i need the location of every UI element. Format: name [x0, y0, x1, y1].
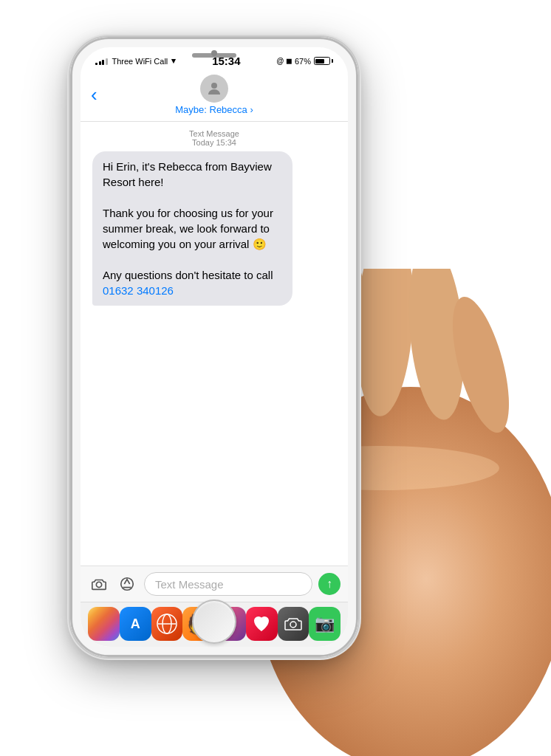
phone-link[interactable]: 01632 340126 [103, 284, 174, 297]
camera-input-button[interactable] [88, 573, 110, 595]
message-type-label: Text Message [92, 129, 336, 138]
photos-app-icon[interactable] [88, 607, 120, 641]
scene: Three WiFi Call ▾ 15:34 @ ◼ 67% [0, 0, 551, 756]
bubble-line1: Hi Erin, it's Rebecca from Bayview Resor… [103, 160, 272, 188]
screen: Three WiFi Call ▾ 15:34 @ ◼ 67% [81, 47, 348, 647]
appstore-app-icon[interactable]: A [120, 607, 151, 641]
bubble-line2: Thank you for choosing us for your summe… [103, 207, 273, 250]
battery-icon [314, 57, 333, 65]
input-bar: Text Message ↑ [81, 566, 348, 602]
avatar [200, 75, 228, 103]
home-button[interactable] [192, 599, 236, 644]
status-right: @ ◼ 67% [276, 57, 333, 66]
contact-info[interactable]: Maybe: Rebecca › [175, 75, 253, 115]
health-app-icon[interactable] [246, 607, 278, 641]
message-input-placeholder: Text Message [155, 578, 224, 591]
extra-app-icon[interactable]: 📷 [309, 607, 340, 641]
chat-area: Text Message Today 15:34 Hi Erin, it's R… [81, 122, 348, 566]
phone-camera [211, 50, 217, 56]
carrier-label: Three WiFi Call [112, 57, 168, 66]
camera-app-icon[interactable] [278, 607, 309, 641]
send-arrow-icon: ↑ [326, 577, 332, 591]
svg-point-7 [211, 83, 217, 89]
message-meta: Text Message Today 15:34 [92, 129, 336, 147]
send-button[interactable]: ↑ [318, 573, 340, 595]
bubble-line3: Any questions don't hesitate to call [103, 269, 273, 281]
message-input[interactable]: Text Message [144, 572, 312, 596]
status-icons: @ ◼ [276, 57, 292, 65]
svg-point-13 [290, 622, 296, 628]
back-button[interactable]: ‹ [91, 83, 97, 106]
person-icon [205, 80, 223, 97]
phone: Three WiFi Call ▾ 15:34 @ ◼ 67% [70, 37, 358, 657]
battery-percent: 67% [295, 57, 311, 66]
appstore-input-button[interactable] [116, 573, 138, 595]
status-left: Three WiFi Call ▾ [95, 56, 176, 66]
wifi-icon: ▾ [171, 56, 176, 66]
signal-bars [95, 57, 108, 65]
contact-name[interactable]: Maybe: Rebecca › [175, 104, 253, 115]
back-arrow-icon: ‹ [91, 83, 97, 106]
browser-app-icon[interactable] [151, 607, 183, 641]
message-time-label: Today 15:34 [92, 138, 336, 147]
svg-point-8 [96, 582, 101, 587]
message-bubble: Hi Erin, it's Rebecca from Bayview Resor… [92, 151, 292, 306]
nav-bar: ‹ Maybe: Rebecca › [81, 70, 348, 122]
